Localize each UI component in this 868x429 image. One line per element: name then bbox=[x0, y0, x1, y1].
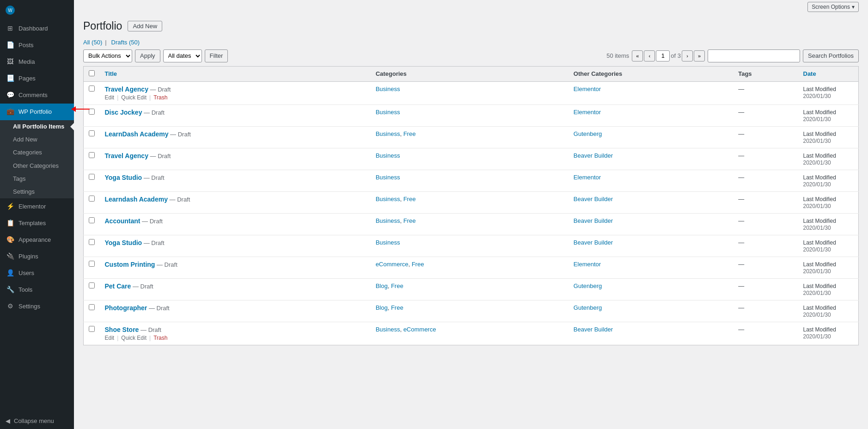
sidebar-item-plugins[interactable]: 🔌 Plugins bbox=[0, 248, 74, 265]
category-link[interactable]: Business bbox=[376, 217, 400, 224]
sidebar-item-media[interactable]: 🖼 Media bbox=[0, 54, 74, 70]
sidebar-item-portfolio-settings[interactable]: Settings bbox=[0, 185, 74, 198]
category-link[interactable]: Free bbox=[391, 282, 403, 289]
row-title-link[interactable]: Shoe Store bbox=[105, 326, 139, 333]
sidebar-item-other-categories[interactable]: Other Categories bbox=[0, 159, 74, 172]
sidebar-item-users[interactable]: 👤 Users bbox=[0, 265, 74, 282]
row-title-link[interactable]: Disc Jockey bbox=[105, 109, 142, 116]
last-page-button[interactable]: » bbox=[694, 50, 705, 61]
row-checkbox[interactable] bbox=[89, 326, 95, 332]
bulk-actions-select[interactable]: Bulk Actions bbox=[83, 49, 132, 62]
sidebar-item-appearance[interactable]: 🎨 Appearance bbox=[0, 232, 74, 248]
category-link[interactable]: Free bbox=[412, 261, 424, 268]
sidebar-item-elementor[interactable]: ⚡ Elementor bbox=[0, 198, 74, 215]
row-action-trash[interactable]: Trash bbox=[153, 94, 167, 101]
row-checkbox[interactable] bbox=[89, 261, 95, 267]
row-title-link[interactable]: Learndash Academy bbox=[105, 196, 168, 203]
row-checkbox[interactable] bbox=[89, 304, 95, 310]
screen-options-button[interactable]: Screen Options ▾ bbox=[807, 2, 859, 12]
category-link[interactable]: Blog bbox=[376, 282, 388, 289]
row-action-edit[interactable]: Edit bbox=[105, 335, 115, 341]
sidebar-item-settings[interactable]: ⚙ Settings bbox=[0, 298, 74, 315]
row-title-link[interactable]: Travel Agency bbox=[105, 152, 148, 159]
category-link[interactable]: Business bbox=[376, 239, 400, 246]
sidebar-item-all-portfolio-items[interactable]: All Portfolio Items bbox=[0, 120, 74, 133]
category-link[interactable]: Business bbox=[376, 109, 400, 116]
sidebar-item-dashboard[interactable]: ⊞ Dashboard bbox=[0, 20, 74, 37]
category-link[interactable]: Free bbox=[403, 196, 416, 202]
row-checkbox[interactable] bbox=[89, 196, 95, 202]
filter-drafts-link[interactable]: Drafts (50) bbox=[111, 39, 140, 46]
category-link[interactable]: Free bbox=[403, 130, 416, 137]
category-link[interactable]: Business bbox=[376, 152, 400, 159]
category-link[interactable]: Business bbox=[376, 174, 400, 181]
sidebar-item-pages[interactable]: 📃 Pages bbox=[0, 70, 74, 87]
row-checkbox[interactable] bbox=[89, 174, 95, 180]
other-category-link[interactable]: Elementor bbox=[574, 174, 601, 181]
other-category-link[interactable]: Gutenberg bbox=[574, 130, 602, 137]
row-action-quick-edit[interactable]: Quick Edit bbox=[121, 94, 147, 101]
category-link[interactable]: Business bbox=[376, 86, 400, 92]
filter-button[interactable]: Filter bbox=[205, 49, 228, 62]
sidebar-item-posts[interactable]: 📄 Posts bbox=[0, 37, 74, 54]
dates-select[interactable]: All dates bbox=[163, 49, 202, 62]
row-action-quick-edit[interactable]: Quick Edit bbox=[121, 335, 147, 341]
category-link[interactable]: Free bbox=[403, 217, 416, 224]
date-sort-link[interactable]: Date bbox=[803, 70, 854, 77]
row-action-edit[interactable]: Edit bbox=[105, 94, 115, 101]
category-link[interactable]: eCommerce bbox=[376, 261, 409, 268]
sidebar-item-templates[interactable]: 📋 Templates bbox=[0, 215, 74, 232]
other-category-link[interactable]: Beaver Builder bbox=[574, 217, 613, 224]
other-category-link[interactable]: Beaver Builder bbox=[574, 326, 613, 333]
search-portfolios-input[interactable] bbox=[708, 49, 800, 62]
row-checkbox[interactable] bbox=[89, 152, 95, 158]
other-category-link[interactable]: Elementor bbox=[574, 261, 601, 268]
row-title-link[interactable]: Travel Agency bbox=[105, 86, 148, 93]
row-checkbox[interactable] bbox=[89, 130, 95, 136]
sidebar-item-wp-portfolio[interactable]: 💼 WP Portfolio bbox=[0, 104, 74, 120]
row-title-link[interactable]: Photographer bbox=[105, 304, 147, 312]
title-sort-link[interactable]: Title bbox=[105, 70, 367, 77]
prev-page-button[interactable]: ‹ bbox=[644, 50, 655, 61]
row-checkbox[interactable] bbox=[89, 239, 95, 245]
sidebar-item-tools[interactable]: 🔧 Tools bbox=[0, 282, 74, 298]
row-title-link[interactable]: LearnDash Academy bbox=[105, 130, 169, 138]
sidebar-item-tags[interactable]: Tags bbox=[0, 172, 74, 185]
category-link[interactable]: Blog bbox=[376, 304, 388, 311]
other-category-link[interactable]: Beaver Builder bbox=[574, 152, 613, 159]
tags-dash: — bbox=[738, 174, 744, 181]
collapse-menu[interactable]: ◀ Collapse menu bbox=[0, 413, 74, 429]
row-action-trash[interactable]: Trash bbox=[153, 335, 167, 341]
other-category-link[interactable]: Gutenberg bbox=[574, 282, 602, 289]
other-category-link[interactable]: Gutenberg bbox=[574, 304, 602, 311]
sidebar-item-comments[interactable]: 💬 Comments bbox=[0, 87, 74, 104]
add-new-button[interactable]: Add New bbox=[128, 21, 162, 31]
row-title-link[interactable]: Yoga Studio bbox=[105, 239, 142, 246]
category-link[interactable]: Business bbox=[376, 326, 400, 333]
sidebar-item-categories[interactable]: Categories bbox=[0, 146, 74, 159]
category-link[interactable]: Business bbox=[376, 196, 400, 202]
other-category-link[interactable]: Beaver Builder bbox=[574, 196, 613, 202]
row-checkbox[interactable] bbox=[89, 86, 95, 92]
row-title-link[interactable]: Yoga Studio bbox=[105, 174, 142, 181]
next-page-button[interactable]: › bbox=[682, 50, 693, 61]
filter-all-link[interactable]: All (50) bbox=[83, 39, 102, 46]
category-link[interactable]: Free bbox=[391, 304, 403, 311]
row-title-link[interactable]: Pet Care bbox=[105, 282, 131, 290]
other-category-link[interactable]: Elementor bbox=[574, 86, 601, 92]
row-checkbox[interactable] bbox=[89, 217, 95, 223]
page-number-input[interactable] bbox=[656, 50, 670, 61]
sidebar-item-add-new[interactable]: Add New bbox=[0, 133, 74, 146]
search-portfolios-button[interactable]: Search Portfolios bbox=[803, 49, 859, 62]
row-checkbox[interactable] bbox=[89, 109, 95, 115]
category-link[interactable]: eCommerce bbox=[403, 326, 436, 333]
row-checkbox[interactable] bbox=[89, 282, 95, 288]
other-category-link[interactable]: Beaver Builder bbox=[574, 239, 613, 246]
row-title-link[interactable]: Accountant bbox=[105, 217, 141, 225]
first-page-button[interactable]: « bbox=[632, 50, 643, 61]
apply-button[interactable]: Apply bbox=[135, 49, 160, 62]
other-category-link[interactable]: Elementor bbox=[574, 109, 601, 116]
category-link[interactable]: Business bbox=[376, 130, 400, 137]
row-title-link[interactable]: Custom Printing bbox=[105, 261, 155, 268]
select-all-checkbox[interactable] bbox=[89, 70, 95, 76]
